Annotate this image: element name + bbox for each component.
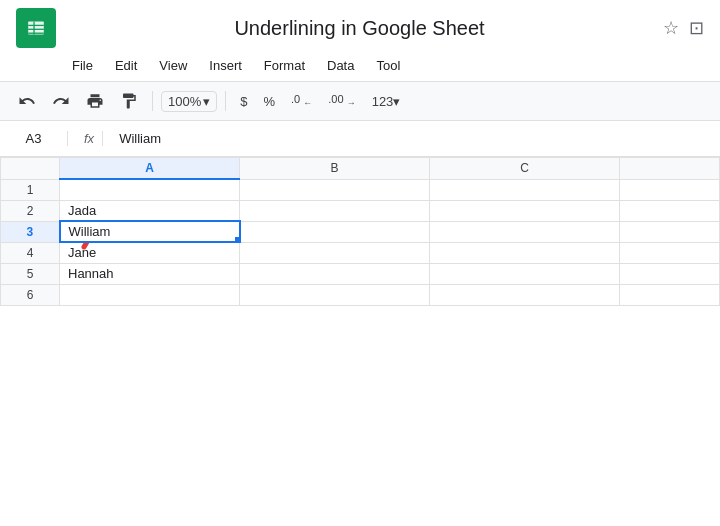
decimal-decrease-button[interactable]: .0 ← — [285, 90, 318, 111]
row-header-1[interactable]: 1 — [1, 179, 60, 200]
app-icon — [16, 8, 56, 48]
row-header-4[interactable]: 4 — [1, 242, 60, 263]
spreadsheet-grid: A B C 1 2 Jada 3 — [0, 157, 720, 306]
cell-b2[interactable] — [240, 200, 430, 221]
sheet-table: A B C 1 2 Jada 3 — [0, 157, 720, 306]
corner-header — [1, 158, 60, 180]
menu-insert[interactable]: Insert — [199, 54, 252, 77]
cell-extra1[interactable] — [620, 179, 720, 200]
svg-line-6 — [84, 242, 98, 247]
currency-button[interactable]: $ — [234, 91, 253, 112]
table-row: 2 Jada — [1, 200, 720, 221]
menu-format[interactable]: Format — [254, 54, 315, 77]
cell-c3[interactable] — [430, 221, 620, 242]
cell-reference[interactable]: A3 — [8, 131, 68, 146]
cell-c6[interactable] — [430, 284, 620, 305]
row-header-5[interactable]: 5 — [1, 263, 60, 284]
cell-extra4[interactable] — [620, 242, 720, 263]
cell-extra6[interactable] — [620, 284, 720, 305]
format-paint-button[interactable] — [114, 87, 144, 115]
cell-c4[interactable] — [430, 242, 620, 263]
cell-b3[interactable] — [240, 221, 430, 242]
cell-c1[interactable] — [430, 179, 620, 200]
menu-view[interactable]: View — [149, 54, 197, 77]
more-formats-button[interactable]: 123▾ — [366, 91, 407, 112]
cell-extra5[interactable] — [620, 263, 720, 284]
toolbar-separator-1 — [152, 91, 153, 111]
zoom-arrow: ▾ — [203, 94, 210, 109]
star-icon[interactable]: ☆ — [663, 17, 679, 39]
decimal-increase-label: .00 — [328, 93, 343, 105]
col-header-c[interactable]: C — [430, 158, 620, 180]
col-header-extra[interactable] — [620, 158, 720, 180]
cell-c5[interactable] — [430, 263, 620, 284]
cell-a2[interactable]: Jada — [60, 200, 240, 221]
table-row: 5 Hannah — [1, 263, 720, 284]
cell-c2[interactable] — [430, 200, 620, 221]
redo-button[interactable] — [46, 87, 76, 115]
zoom-control[interactable]: 100% ▾ — [161, 91, 217, 112]
table-row: 4 Jane — [1, 242, 720, 263]
zoom-value: 100% — [168, 94, 201, 109]
toolbar-number-formats: $ % .0 ← .00 → 123▾ — [234, 90, 406, 111]
title-bar: Underlining in Google Sheet ☆ ⊡ — [0, 0, 720, 52]
decimal-decrease-arrow: ← — [303, 99, 312, 109]
red-arrow-icon — [74, 242, 112, 254]
col-header-a[interactable]: A — [60, 158, 240, 180]
formula-bar: A3 fx William — [0, 121, 720, 157]
folder-icon[interactable]: ⊡ — [689, 17, 704, 39]
row-header-3[interactable]: 3 — [1, 221, 60, 242]
menu-data[interactable]: Data — [317, 54, 364, 77]
menu-file[interactable]: File — [62, 54, 103, 77]
svg-rect-1 — [28, 22, 44, 35]
print-button[interactable] — [80, 87, 110, 115]
cell-extra3[interactable] — [620, 221, 720, 242]
menu-tools[interactable]: Tool — [366, 54, 410, 77]
cell-a6[interactable] — [60, 284, 240, 305]
undo-button[interactable] — [12, 87, 42, 115]
cell-extra2[interactable] — [620, 200, 720, 221]
title-icons: ☆ ⊡ — [663, 17, 704, 39]
menu-edit[interactable]: Edit — [105, 54, 147, 77]
menu-bar: File Edit View Insert Format Data Tool — [0, 52, 720, 81]
table-row: 3 William — [1, 221, 720, 242]
decimal-decrease-label: .0 — [291, 93, 300, 105]
toolbar: 100% ▾ $ % .0 ← .00 → 123▾ — [0, 81, 720, 121]
table-row: 6 — [1, 284, 720, 305]
percent-button[interactable]: % — [257, 91, 281, 112]
col-header-b[interactable]: B — [240, 158, 430, 180]
row-header-6[interactable]: 6 — [1, 284, 60, 305]
cell-a3[interactable]: William — [60, 221, 240, 242]
row-header-2[interactable]: 2 — [1, 200, 60, 221]
decimal-increase-arrow: → — [347, 99, 356, 109]
cell-b6[interactable] — [240, 284, 430, 305]
cell-a1[interactable] — [60, 179, 240, 200]
fx-icon: fx — [76, 131, 103, 146]
formula-value[interactable]: William — [111, 131, 712, 146]
cell-b1[interactable] — [240, 179, 430, 200]
cell-b4[interactable] — [240, 242, 430, 263]
cell-a4[interactable]: Jane — [60, 242, 240, 263]
page-title: Underlining in Google Sheet — [66, 17, 653, 40]
cell-b5[interactable] — [240, 263, 430, 284]
cell-a5[interactable]: Hannah — [60, 263, 240, 284]
toolbar-separator-2 — [225, 91, 226, 111]
table-row: 1 — [1, 179, 720, 200]
decimal-increase-button[interactable]: .00 → — [322, 90, 361, 111]
